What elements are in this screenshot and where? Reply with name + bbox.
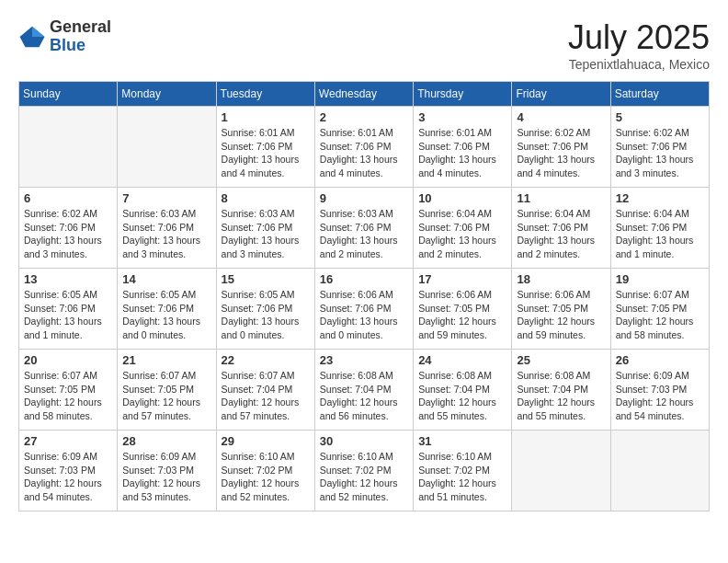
day-detail: Sunrise: 6:08 AM Sunset: 7:04 PM Dayligh… [320,369,408,423]
calendar-cell: 20Sunrise: 6:07 AM Sunset: 7:05 PM Dayli… [19,350,118,431]
day-detail: Sunrise: 6:07 AM Sunset: 7:05 PM Dayligh… [24,369,112,423]
calendar-cell: 14Sunrise: 6:05 AM Sunset: 7:06 PM Dayli… [118,269,216,350]
day-number: 21 [122,353,210,367]
calendar-cell: 1Sunrise: 6:01 AM Sunset: 7:06 PM Daylig… [216,107,314,188]
day-number: 24 [418,353,506,367]
day-detail: Sunrise: 6:07 AM Sunset: 7:05 PM Dayligh… [122,369,210,423]
day-detail: Sunrise: 6:01 AM Sunset: 7:06 PM Dayligh… [418,126,506,180]
calendar-cell: 9Sunrise: 6:03 AM Sunset: 7:06 PM Daylig… [314,188,413,269]
calendar-cell [19,107,118,188]
day-number: 1 [222,110,310,124]
day-detail: Sunrise: 6:03 AM Sunset: 7:06 PM Dayligh… [122,207,210,261]
calendar-cell: 19Sunrise: 6:07 AM Sunset: 7:05 PM Dayli… [610,269,709,350]
calendar-cell: 5Sunrise: 6:02 AM Sunset: 7:06 PM Daylig… [610,107,709,188]
day-number: 23 [320,353,408,367]
day-detail: Sunrise: 6:08 AM Sunset: 7:04 PM Dayligh… [418,369,506,423]
calendar-cell: 18Sunrise: 6:06 AM Sunset: 7:05 PM Dayli… [512,269,610,350]
day-number: 19 [616,272,704,286]
calendar-cell: 30Sunrise: 6:10 AM Sunset: 7:02 PM Dayli… [314,431,413,511]
weekday-header: Wednesday [314,82,413,107]
day-number: 8 [222,191,310,205]
svg-marker-1 [32,27,45,37]
calendar-cell: 7Sunrise: 6:03 AM Sunset: 7:06 PM Daylig… [118,188,216,269]
day-detail: Sunrise: 6:09 AM Sunset: 7:03 PM Dayligh… [24,450,112,504]
calendar-cell: 3Sunrise: 6:01 AM Sunset: 7:06 PM Daylig… [414,107,512,188]
day-number: 18 [517,272,605,286]
day-detail: Sunrise: 6:02 AM Sunset: 7:06 PM Dayligh… [616,126,704,180]
calendar-cell: 23Sunrise: 6:08 AM Sunset: 7:04 PM Dayli… [314,350,413,431]
weekday-header: Thursday [414,82,512,107]
title-block: July 2025 Tepenixtlahuaca, Mexico [568,18,710,72]
day-detail: Sunrise: 6:04 AM Sunset: 7:06 PM Dayligh… [418,207,506,261]
day-number: 13 [24,272,112,286]
day-detail: Sunrise: 6:10 AM Sunset: 7:02 PM Dayligh… [418,450,506,504]
day-number: 3 [418,110,506,124]
calendar-week-row: 6Sunrise: 6:02 AM Sunset: 7:06 PM Daylig… [19,188,710,269]
day-number: 28 [122,434,210,448]
weekday-header: Friday [512,82,610,107]
weekday-header: Monday [118,82,216,107]
day-detail: Sunrise: 6:07 AM Sunset: 7:05 PM Dayligh… [616,288,704,342]
day-detail: Sunrise: 6:01 AM Sunset: 7:06 PM Dayligh… [320,126,408,180]
day-number: 14 [122,272,210,286]
day-detail: Sunrise: 6:06 AM Sunset: 7:05 PM Dayligh… [418,288,506,342]
day-number: 29 [222,434,310,448]
day-number: 26 [616,353,704,367]
weekday-header: Tuesday [216,82,314,107]
calendar-cell: 13Sunrise: 6:05 AM Sunset: 7:06 PM Dayli… [19,269,118,350]
calendar-cell: 27Sunrise: 6:09 AM Sunset: 7:03 PM Dayli… [19,431,118,511]
calendar-cell: 11Sunrise: 6:04 AM Sunset: 7:06 PM Dayli… [512,188,610,269]
calendar-cell [118,107,216,188]
day-detail: Sunrise: 6:05 AM Sunset: 7:06 PM Dayligh… [222,288,310,342]
day-detail: Sunrise: 6:05 AM Sunset: 7:06 PM Dayligh… [122,288,210,342]
logo: General Blue [18,18,111,55]
calendar-week-row: 27Sunrise: 6:09 AM Sunset: 7:03 PM Dayli… [19,431,710,511]
day-number: 27 [24,434,112,448]
day-detail: Sunrise: 6:03 AM Sunset: 7:06 PM Dayligh… [222,207,310,261]
day-number: 9 [320,191,408,205]
calendar-cell: 16Sunrise: 6:06 AM Sunset: 7:06 PM Dayli… [314,269,413,350]
day-number: 31 [418,434,506,448]
day-number: 16 [320,272,408,286]
day-detail: Sunrise: 6:02 AM Sunset: 7:06 PM Dayligh… [24,207,112,261]
day-number: 2 [320,110,408,124]
day-number: 4 [517,110,605,124]
weekday-header-row: SundayMondayTuesdayWednesdayThursdayFrid… [19,82,710,107]
calendar-cell: 22Sunrise: 6:07 AM Sunset: 7:04 PM Dayli… [216,350,314,431]
calendar-cell: 6Sunrise: 6:02 AM Sunset: 7:06 PM Daylig… [19,188,118,269]
calendar-cell [512,431,610,511]
day-detail: Sunrise: 6:09 AM Sunset: 7:03 PM Dayligh… [616,369,704,423]
month-title: July 2025 [568,18,710,57]
day-detail: Sunrise: 6:06 AM Sunset: 7:06 PM Dayligh… [320,288,408,342]
calendar-cell: 26Sunrise: 6:09 AM Sunset: 7:03 PM Dayli… [610,350,709,431]
calendar-cell: 8Sunrise: 6:03 AM Sunset: 7:06 PM Daylig… [216,188,314,269]
calendar-cell: 21Sunrise: 6:07 AM Sunset: 7:05 PM Dayli… [118,350,216,431]
calendar-cell [610,431,709,511]
day-number: 5 [616,110,704,124]
location: Tepenixtlahuaca, Mexico [568,57,710,72]
day-detail: Sunrise: 6:03 AM Sunset: 7:06 PM Dayligh… [320,207,408,261]
calendar-cell: 10Sunrise: 6:04 AM Sunset: 7:06 PM Dayli… [414,188,512,269]
day-number: 11 [517,191,605,205]
page-header: General Blue July 2025 Tepenixtlahuaca, … [18,18,710,72]
calendar-cell: 24Sunrise: 6:08 AM Sunset: 7:04 PM Dayli… [414,350,512,431]
calendar-week-row: 13Sunrise: 6:05 AM Sunset: 7:06 PM Dayli… [19,269,710,350]
day-number: 25 [517,353,605,367]
logo-blue-text: Blue [50,37,111,55]
calendar-cell: 4Sunrise: 6:02 AM Sunset: 7:06 PM Daylig… [512,107,610,188]
day-number: 10 [418,191,506,205]
day-number: 17 [418,272,506,286]
day-detail: Sunrise: 6:01 AM Sunset: 7:06 PM Dayligh… [222,126,310,180]
calendar-cell: 12Sunrise: 6:04 AM Sunset: 7:06 PM Dayli… [610,188,709,269]
weekday-header: Saturday [610,82,709,107]
day-number: 7 [122,191,210,205]
day-number: 20 [24,353,112,367]
calendar-week-row: 1Sunrise: 6:01 AM Sunset: 7:06 PM Daylig… [19,107,710,188]
calendar-cell: 2Sunrise: 6:01 AM Sunset: 7:06 PM Daylig… [314,107,413,188]
calendar-cell: 15Sunrise: 6:05 AM Sunset: 7:06 PM Dayli… [216,269,314,350]
day-number: 12 [616,191,704,205]
calendar-cell: 28Sunrise: 6:09 AM Sunset: 7:03 PM Dayli… [118,431,216,511]
day-number: 22 [222,353,310,367]
day-detail: Sunrise: 6:10 AM Sunset: 7:02 PM Dayligh… [222,450,310,504]
day-detail: Sunrise: 6:10 AM Sunset: 7:02 PM Dayligh… [320,450,408,504]
